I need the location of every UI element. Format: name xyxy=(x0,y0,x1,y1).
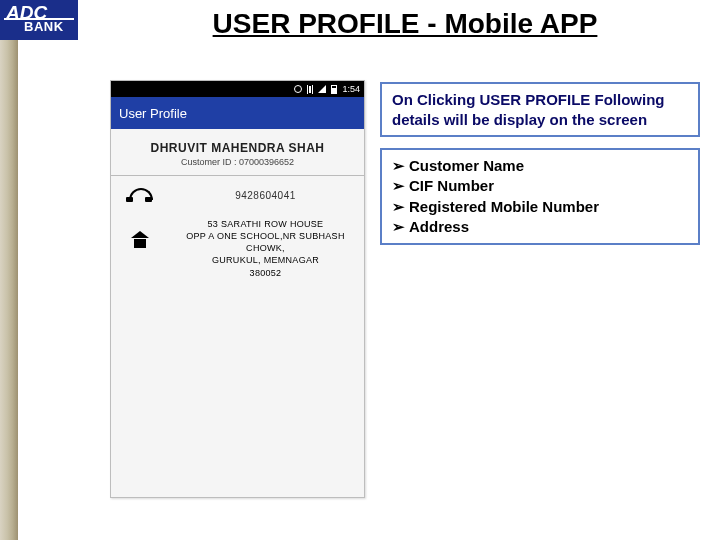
app-bar: User Profile xyxy=(111,97,364,129)
address-line: 380052 xyxy=(183,267,348,279)
address-line: OPP A ONE SCHOOL,NR SUBHASH xyxy=(183,230,348,242)
description-text: On Clicking USER PROFILE Following detai… xyxy=(392,90,688,129)
bullet-item: CIF Number xyxy=(392,176,688,196)
bank-logo: ADC BANK xyxy=(0,0,78,40)
profile-header: DHRUVIT MAHENDRA SHAH Customer ID : 0700… xyxy=(111,129,364,176)
slide-side-stripe xyxy=(0,0,18,540)
mobile-row: 9428604041 xyxy=(111,176,364,214)
logo-text-bottom: BANK xyxy=(24,20,64,33)
status-time: 1:54 xyxy=(342,84,360,94)
customer-name: DHRUVIT MAHENDRA SHAH xyxy=(119,141,356,155)
address-text: 53 SARATHI ROW HOUSE OPP A ONE SCHOOL,NR… xyxy=(183,218,348,279)
bullet-box: Customer Name CIF Number Registered Mobi… xyxy=(380,148,700,245)
bullet-item: Registered Mobile Number xyxy=(392,197,688,217)
phone-screenshot: 1:54 User Profile DHRUVIT MAHENDRA SHAH … xyxy=(110,80,365,498)
home-icon xyxy=(127,218,153,252)
signal-icon xyxy=(318,85,326,93)
bullet-list: Customer Name CIF Number Registered Mobi… xyxy=(392,156,688,237)
bullet-item: Customer Name xyxy=(392,156,688,176)
address-row: 53 SARATHI ROW HOUSE OPP A ONE SCHOOL,NR… xyxy=(111,214,364,289)
phone-icon xyxy=(127,186,153,204)
alarm-icon xyxy=(294,85,302,93)
status-bar: 1:54 xyxy=(111,81,364,97)
customer-id: Customer ID : 07000396652 xyxy=(119,157,356,167)
battery-icon xyxy=(331,85,337,94)
vibrate-icon xyxy=(307,85,313,94)
address-line: GURUKUL, MEMNAGAR xyxy=(183,254,348,266)
slide-title: USER PROFILE - Mobile APP xyxy=(213,8,598,39)
app-bar-title: User Profile xyxy=(119,106,187,121)
description-box: On Clicking USER PROFILE Following detai… xyxy=(380,82,700,137)
address-line: CHOWK, xyxy=(183,242,348,254)
address-line: 53 SARATHI ROW HOUSE xyxy=(183,218,348,230)
slide-title-container: USER PROFILE - Mobile APP xyxy=(120,8,690,40)
bullet-item: Address xyxy=(392,217,688,237)
mobile-number: 9428604041 xyxy=(183,190,348,201)
